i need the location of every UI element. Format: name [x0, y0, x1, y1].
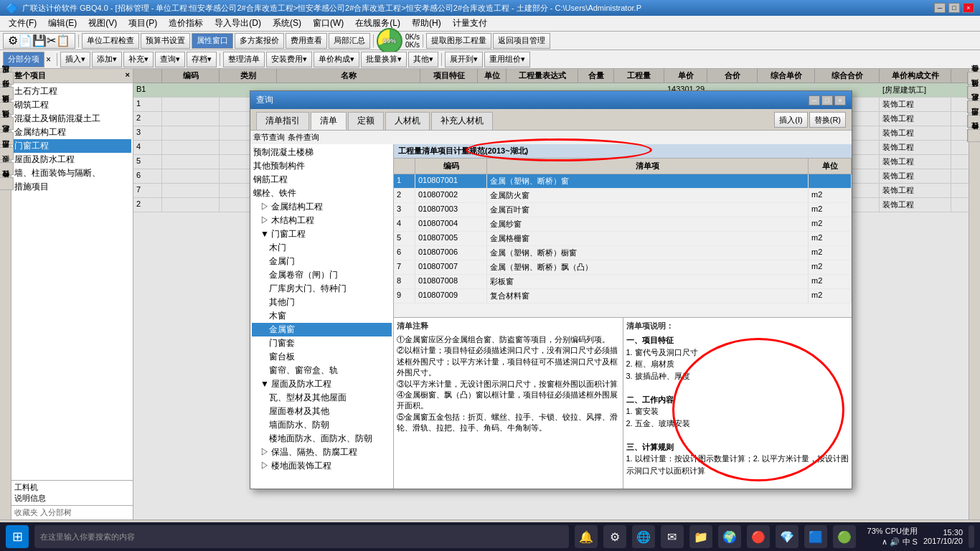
vtab-right-3[interactable]: 人材机汇总 [967, 100, 981, 113]
dlg-table-row-3[interactable]: 3 010807003 金属百叶窗 m2 [394, 203, 852, 217]
dlg-tree-item-metal-window[interactable]: 金属窗 [252, 323, 392, 336]
vtab-other-items[interactable]: 其他项目 [0, 117, 14, 130]
dlg-table-row-8[interactable]: 8 010807008 彩板窗 m2 [394, 275, 852, 289]
dlg-tree-item[interactable]: 木窗 [252, 309, 392, 323]
dlg-tree-item[interactable]: 预制混凝土楼梯 [252, 146, 392, 159]
menu-import[interactable]: 导入导出(D) [209, 16, 267, 31]
taskbar-icon-10[interactable]: 🟢 [833, 525, 856, 548]
tab-supplement[interactable]: 补充人材机 [431, 112, 493, 130]
maximize-btn[interactable]: □ [948, 3, 960, 13]
taskbar-search[interactable]: 在这里输入你要搜索的内容 [34, 525, 569, 548]
vtab-right-1[interactable]: 综合单价 [967, 72, 981, 85]
btn-summary[interactable]: 局部汇总 [329, 33, 370, 49]
dlg-tree-item[interactable]: 金属卷帘（闸）门 [252, 268, 392, 282]
btn-batch-replace[interactable]: 批量换算▾ [361, 52, 407, 67]
btn-fees[interactable]: 费用查看 [286, 33, 327, 49]
taskbar-clock[interactable]: 15:30 2017/10/20 [923, 528, 963, 545]
btn-extract-quantities[interactable]: 提取图形工程量 [426, 33, 491, 49]
minimize-btn[interactable]: ─ [934, 3, 946, 13]
dlg-tree-item[interactable]: 屋面卷材及其他 [252, 405, 392, 418]
dlg-tree-item[interactable]: 其他门 [252, 296, 392, 309]
dialog-maximize[interactable]: □ [821, 95, 833, 105]
menu-system[interactable]: 系统(S) [267, 16, 307, 31]
dlg-table-row-6[interactable]: 6 010807006 金属（塑钢、断桥）橱窗 m2 [394, 246, 852, 260]
vtab-compliance[interactable]: 符合性检查 [0, 177, 14, 190]
vtab-right-5[interactable]: 符合性检查 [967, 129, 981, 142]
info-desc[interactable]: 说明信息 [14, 493, 130, 504]
vtab-report[interactable]: 报表 [0, 162, 14, 175]
dlg-tree-item[interactable]: ▷ 金属结构工程 [252, 200, 392, 214]
dlg-table-row-5[interactable]: 5 010807005 金属格栅窗 m2 [394, 232, 852, 246]
menu-payment[interactable]: 计量支付 [447, 16, 493, 31]
close-btn[interactable]: × [963, 3, 974, 13]
dlg-table-row-1[interactable]: 1 010807001 金属（塑钢、断桥）窗 [394, 174, 852, 189]
dlg-table-row-9[interactable]: 9 010807009 复合材料窗 m2 [394, 289, 852, 303]
collect-label[interactable]: 收藏夹 入分部树 [14, 508, 72, 517]
dialog-close[interactable]: × [834, 95, 846, 105]
tab-quota[interactable]: 定额 [348, 112, 384, 130]
taskbar-icon-9[interactable]: 🟦 [804, 525, 827, 548]
btn-query[interactable]: 查询▾ [155, 52, 185, 67]
dlg-tree-item[interactable]: 墙面防水、防朝 [252, 418, 392, 432]
taskbar-icon-5[interactable]: 📁 [689, 525, 712, 548]
tab-labor-materials[interactable]: 人材机 [385, 112, 430, 130]
tree-item-wall-decor[interactable]: 墙、柱面装饰与隔断、 [13, 166, 131, 180]
dlg-table-row-2[interactable]: 2 010807002 金属防火窗 m2 [394, 189, 852, 203]
menu-view[interactable]: 视图(V) [83, 16, 123, 31]
dlg-tree-item[interactable]: 瓦、型材及其他屋面 [252, 391, 392, 405]
dlg-tree-item[interactable]: 木门 [252, 241, 392, 255]
dlg-table-row-4[interactable]: 4 010807004 金属纱窗 m2 [394, 217, 852, 232]
btn-budget-setting[interactable]: 预算书设置 [141, 33, 190, 49]
taskbar-icon-7[interactable]: 🔴 [747, 525, 770, 548]
vtab-fees[interactable]: 费用汇总 [0, 147, 14, 160]
dlg-tree-item[interactable]: 门窗套 [252, 336, 392, 350]
dlg-table-row-7[interactable]: 7 010807007 金属（塑钢、断桥）飘（凸） m2 [394, 260, 852, 275]
btn-add[interactable]: 添加▾ [92, 52, 122, 67]
btn-expand[interactable]: 展开到▾ [445, 52, 483, 67]
dlg-tree-item[interactable]: 窗帘、窗帘盒、轨 [252, 364, 392, 377]
tab-list-guide[interactable]: 清单指引 [256, 112, 309, 130]
dialog-minimize[interactable]: ─ [809, 95, 820, 105]
vtab-labor[interactable]: 人材机汇总 [0, 132, 14, 145]
tree-item-masonry[interactable]: 砌筑工程 [13, 98, 131, 112]
btn-supplement[interactable]: 补充▾ [123, 52, 154, 67]
vtab-measures[interactable]: 措施项目 [0, 102, 14, 115]
vtab-right-2[interactable]: 其他项目 [967, 86, 981, 99]
btn-fenbufenxiang[interactable]: 分部分项 [3, 52, 44, 67]
dlg-tree-item[interactable]: 厂库房大门、特种门 [252, 282, 392, 296]
btn-clean-list[interactable]: 整理清单 [223, 52, 265, 67]
tree-item-roofing[interactable]: 屋面及防水工程 [13, 153, 131, 166]
start-button[interactable]: ⊞ [6, 525, 29, 548]
tree-item-metal-struct[interactable]: 金属结构工程 [13, 126, 131, 139]
btn-properties[interactable]: 属性窗口 [192, 33, 233, 49]
dlg-tree-item[interactable]: ▷ 保温、隔热、防腐工程 [252, 446, 392, 459]
menu-window[interactable]: 窗口(W) [307, 16, 349, 31]
btn-archive[interactable]: 存档▾ [187, 52, 217, 67]
btn-install-fee[interactable]: 安装费用▾ [266, 52, 312, 67]
taskbar-icon-3[interactable]: 🌐 [632, 525, 655, 548]
dlg-tree-item[interactable]: ▷ 木结构工程 [252, 214, 392, 227]
taskbar-icon-2[interactable]: ⚙ [603, 525, 626, 548]
btn-insert-dialog[interactable]: 插入(I) [774, 112, 807, 128]
btn-insert[interactable]: 插入▾ [60, 52, 90, 67]
tree-item-doors[interactable]: 门窗工程 [13, 139, 131, 153]
dlg-tree-item[interactable]: ▼ 门窗工程 [252, 227, 392, 241]
taskbar-icon-4[interactable]: ✉ [661, 525, 684, 548]
vtab-overview[interactable]: 工程概况 [0, 72, 14, 85]
dlg-tree-item[interactable]: 金属门 [252, 255, 392, 268]
btn-return[interactable]: 返回项目管理 [493, 33, 550, 49]
tree-item-concrete[interactable]: 混凝土及钢筋混凝土工 [13, 112, 131, 126]
menu-edit[interactable]: 编辑(E) [42, 16, 83, 31]
dlg-tree-item[interactable]: 窗台板 [252, 350, 392, 364]
dlg-tree-item[interactable]: ▷ 楼地面装饰工程 [252, 459, 392, 473]
vtab-section[interactable]: 分部分项 [0, 87, 14, 100]
dlg-tree-item[interactable]: 其他预制构件 [252, 159, 392, 173]
btn-unit-price[interactable]: 单价构成▾ [314, 52, 359, 67]
tab-list[interactable]: 清单 [311, 112, 347, 130]
taskbar-icon-1[interactable]: 🔔 [575, 525, 598, 548]
tree-item-earth[interactable]: 土石方工程 [13, 85, 131, 98]
show-desktop-btn[interactable] [969, 525, 974, 548]
menu-file[interactable]: 文件(F) [3, 16, 42, 31]
tree-item-measures[interactable]: 措施项目 [13, 180, 131, 194]
btn-others[interactable]: 其他▾ [408, 52, 438, 67]
